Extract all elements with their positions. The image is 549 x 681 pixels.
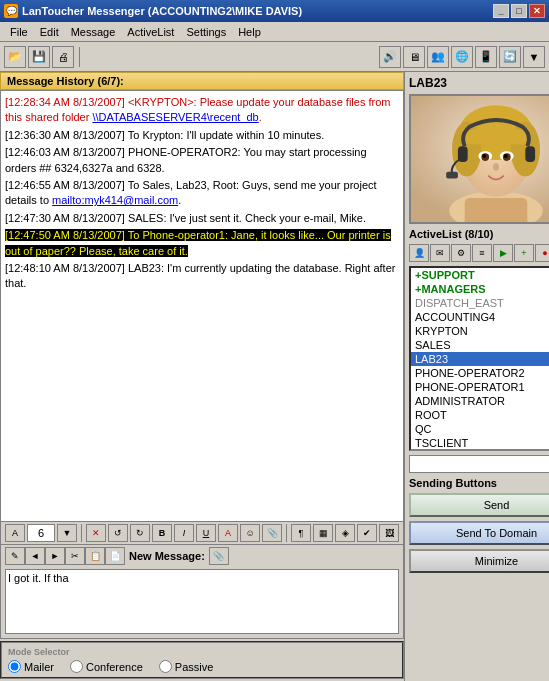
window-title: LanToucher Messenger (ACCOUNTING2\MIKE D… <box>22 5 302 17</box>
insert-btn[interactable]: ◈ <box>335 524 355 542</box>
search-row: ➕ <box>409 455 549 473</box>
color-btn[interactable]: A <box>218 524 238 542</box>
menu-message[interactable]: Message <box>65 24 122 40</box>
save-button[interactable]: 💾 <box>28 46 50 68</box>
edit-icon[interactable]: ✎ <box>5 547 25 565</box>
al-item-phone-op2[interactable]: PHONE-OPERATOR2 <box>411 366 549 380</box>
right-panel: LAB23 <box>405 72 549 681</box>
phone-icon[interactable]: 📱 <box>475 46 497 68</box>
al-btn-3[interactable]: ⚙ <box>451 244 471 262</box>
monitor-icon[interactable]: 🖥 <box>403 46 425 68</box>
format2-btn[interactable]: ¶ <box>291 524 311 542</box>
dropdown-btn[interactable]: ▼ <box>523 46 545 68</box>
minimize-window-button[interactable]: _ <box>493 4 509 18</box>
nav-back[interactable]: ◄ <box>25 547 45 565</box>
al-item-qc[interactable]: QC <box>411 422 549 436</box>
main-toolbar: 📂 💾 🖨 🔊 🖥 👥 🌐 📱 🔄 ▼ <box>0 42 549 72</box>
mode-conference-radio[interactable] <box>70 660 83 673</box>
attach2-btn[interactable]: 📎 <box>209 547 229 565</box>
active-list[interactable]: +SUPPORT +MANAGERS DISPATCH_EAST ACCOUNT… <box>409 266 549 451</box>
cut-btn[interactable]: ✂ <box>65 547 85 565</box>
al-item-admin[interactable]: ADMINISTRATOR <box>411 394 549 408</box>
print-button[interactable]: 🖨 <box>52 46 74 68</box>
font-dropdown[interactable]: ▼ <box>57 524 77 542</box>
clear-btn[interactable]: ✕ <box>86 524 106 542</box>
message-2: [12:36:30 AM 8/13/2007] To Krypton: I'll… <box>5 128 399 143</box>
open-button[interactable]: 📂 <box>4 46 26 68</box>
message-input[interactable]: I got it. If tha <box>5 569 399 634</box>
minimize-button[interactable]: Minimize <box>409 549 549 573</box>
al-btn-4[interactable]: ≡ <box>472 244 492 262</box>
mode-mailer[interactable]: Mailer <box>8 660 54 673</box>
al-item-sales[interactable]: SALES <box>411 338 549 352</box>
search-input[interactable] <box>409 455 549 473</box>
al-btn-1[interactable]: 👤 <box>409 244 429 262</box>
spell-btn[interactable]: ✔ <box>357 524 377 542</box>
message-6: [12:47:50 AM 8/13/2007] To Phone-operato… <box>5 228 399 259</box>
user-photo <box>409 94 549 224</box>
italic-btn[interactable]: I <box>174 524 194 542</box>
al-item-dispatch[interactable]: DISPATCH_EAST <box>411 296 549 310</box>
maximize-window-button[interactable]: □ <box>511 4 527 18</box>
format-icon[interactable]: A <box>5 524 25 542</box>
menu-file[interactable]: File <box>4 24 34 40</box>
send-button[interactable]: Send <box>409 493 549 517</box>
svg-rect-17 <box>525 146 535 162</box>
svg-rect-18 <box>446 172 458 179</box>
emoji-btn[interactable]: ☺ <box>240 524 260 542</box>
sep1 <box>81 524 82 542</box>
menu-activelist[interactable]: ActiveList <box>121 24 180 40</box>
menu-help[interactable]: Help <box>232 24 267 40</box>
message-3: [12:46:03 AM 8/13/2007] PHONE-OPERATOR2:… <box>5 145 399 176</box>
svg-point-15 <box>493 163 499 171</box>
attach-btn[interactable]: 📎 <box>262 524 282 542</box>
al-item-phone-op1[interactable]: PHONE-OPERATOR1 <box>411 380 549 394</box>
toolbar-separator <box>79 47 80 67</box>
al-btn-5[interactable]: ▶ <box>493 244 513 262</box>
al-item-support[interactable]: +SUPPORT <box>411 268 549 282</box>
mode-passive-radio[interactable] <box>159 660 172 673</box>
history-area[interactable]: [12:28:34 AM 8/13/2007] <KRYPTON>: Pleas… <box>0 90 404 522</box>
undo-btn[interactable]: ↺ <box>108 524 128 542</box>
bold-btn[interactable]: B <box>152 524 172 542</box>
message-1: [12:28:34 AM 8/13/2007] <KRYPTON>: Pleas… <box>5 95 399 126</box>
svg-point-14 <box>504 154 508 158</box>
menu-settings[interactable]: Settings <box>180 24 232 40</box>
send-to-domain-button[interactable]: Send To Domain <box>409 521 549 545</box>
main-layout: Message History (6/7): [12:28:34 AM 8/13… <box>0 72 549 681</box>
user-label: LAB23 <box>409 76 549 90</box>
copy-btn[interactable]: 📋 <box>85 547 105 565</box>
al-item-lab23[interactable]: LAB23 <box>411 352 549 366</box>
al-item-root[interactable]: ROOT <box>411 408 549 422</box>
redo-btn[interactable]: ↻ <box>130 524 150 542</box>
network-icon[interactable]: 🌐 <box>451 46 473 68</box>
al-btn-6[interactable]: + <box>514 244 534 262</box>
al-btn-7[interactable]: ● <box>535 244 549 262</box>
mode-passive[interactable]: Passive <box>159 660 214 673</box>
nav-fwd[interactable]: ► <box>45 547 65 565</box>
photo-btn[interactable]: 🖼 <box>379 524 399 542</box>
mode-conference[interactable]: Conference <box>70 660 143 673</box>
paste-btn[interactable]: 📄 <box>105 547 125 565</box>
speaker-icon[interactable]: 🔊 <box>379 46 401 68</box>
menu-edit[interactable]: Edit <box>34 24 65 40</box>
sep2 <box>286 524 287 542</box>
message-4: [12:46:55 AM 8/13/2007] To Sales, Lab23,… <box>5 178 399 209</box>
al-item-managers[interactable]: +MANAGERS <box>411 282 549 296</box>
al-item-accounting4[interactable]: ACCOUNTING4 <box>411 310 549 324</box>
active-list-header: ActiveList (8/10) <box>409 228 549 240</box>
svg-rect-3 <box>465 198 528 224</box>
message-5: [12:47:30 AM 8/13/2007] SALES: I've just… <box>5 211 399 226</box>
input-toolbar: A ▼ ✕ ↺ ↻ B I U A ☺ 📎 ¶ ▦ ◈ ✔ 🖼 <box>0 522 404 545</box>
underline-btn[interactable]: U <box>196 524 216 542</box>
mode-mailer-radio[interactable] <box>8 660 21 673</box>
users-icon[interactable]: 👥 <box>427 46 449 68</box>
al-btn-2[interactable]: ✉ <box>430 244 450 262</box>
table-btn[interactable]: ▦ <box>313 524 333 542</box>
transfer-icon[interactable]: 🔄 <box>499 46 521 68</box>
al-item-krypton[interactable]: KRYPTON <box>411 324 549 338</box>
close-window-button[interactable]: ✕ <box>529 4 545 18</box>
svg-rect-8 <box>462 130 530 145</box>
font-size-input[interactable] <box>27 524 55 542</box>
al-item-tsclient[interactable]: TSCLIENT <box>411 436 549 450</box>
